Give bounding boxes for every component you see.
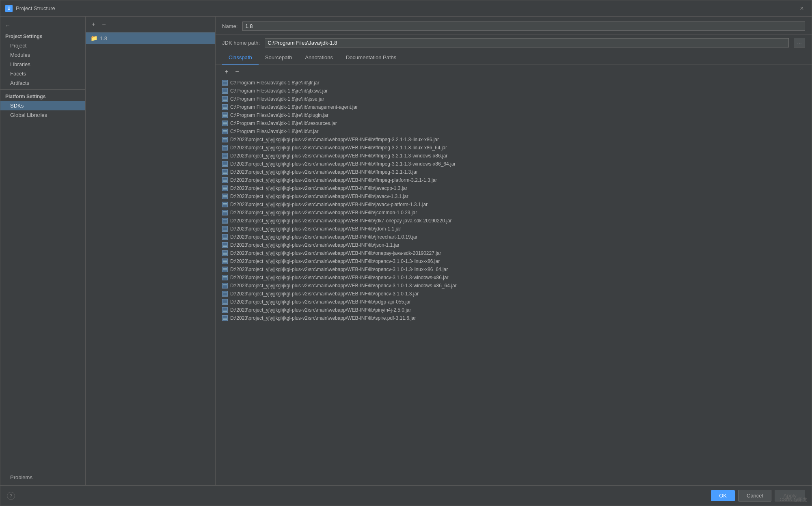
jar-icon [222, 267, 228, 272]
project-settings-header: Project Settings [0, 31, 85, 41]
classpath-item[interactable]: D:\2023\project_yj\yjjkgl\jkgl-plus-v2\s… [222, 200, 812, 209]
jar-icon [222, 283, 228, 289]
classpath-item[interactable]: D:\2023\project_yj\yjjkgl\jkgl-plus-v2\s… [222, 152, 812, 160]
classpath-item[interactable]: D:\2023\project_yj\yjjkgl\jkgl-plus-v2\s… [222, 209, 812, 217]
cancel-button[interactable]: Cancel [738, 490, 771, 502]
add-classpath-button[interactable]: + [222, 67, 231, 76]
remove-classpath-button[interactable]: − [233, 67, 242, 76]
classpath-item[interactable]: D:\2023\project_yj\yjjkgl\jkgl-plus-v2\s… [222, 225, 812, 233]
name-input[interactable] [242, 22, 805, 31]
tab-classpath[interactable]: Classpath [222, 51, 259, 65]
sidebar-item-project[interactable]: Project [0, 41, 85, 50]
sidebar-item-sdks[interactable]: SDKs [0, 101, 85, 110]
classpath-item[interactable]: D:\2023\project_yj\yjjkgl\jkgl-plus-v2\s… [222, 249, 812, 257]
jar-icon [222, 202, 228, 207]
name-row: Name: [216, 17, 812, 34]
tabs-row: Classpath Sourcepath Annotations Documen… [216, 51, 812, 65]
jar-icon [222, 137, 228, 142]
close-button[interactable]: × [797, 4, 807, 13]
classpath-item[interactable]: D:\2023\project_yj\yjjkgl\jkgl-plus-v2\s… [222, 306, 812, 314]
classpath-item[interactable]: C:\Program Files\Java\jdk-1.8\jre\lib\jf… [222, 79, 812, 87]
project-structure-window: U Project Structure × ← Project Settings… [0, 0, 812, 506]
jar-icon [222, 291, 228, 297]
classpath-item[interactable]: D:\2023\project_yj\yjjkgl\jkgl-plus-v2\s… [222, 298, 812, 306]
platform-settings-header: Platform Settings [0, 91, 85, 101]
jdk-row: JDK home path: … [216, 34, 812, 51]
classpath-item[interactable]: D:\2023\project_yj\yjjkgl\jkgl-plus-v2\s… [222, 257, 812, 265]
folder-icon: 📁 [91, 35, 97, 41]
classpath-item[interactable]: D:\2023\project_yj\yjjkgl\jkgl-plus-v2\s… [222, 160, 812, 168]
classpath-content: C:\Program Files\Java\jdk-1.8\jre\lib\jf… [216, 79, 812, 485]
watermark: CSDN @阳龙 [780, 497, 807, 503]
sdk-toolbar: + − [86, 17, 215, 32]
classpath-item[interactable]: D:\2023\project_yj\yjjkgl\jkgl-plus-v2\s… [222, 273, 812, 282]
classpath-item[interactable]: D:\2023\project_yj\yjjkgl\jkgl-plus-v2\s… [222, 136, 812, 144]
classpath-item[interactable]: D:\2023\project_yj\yjjkgl\jkgl-plus-v2\s… [222, 265, 812, 273]
main-content: ← Project Settings Project Modules Libra… [0, 17, 812, 485]
jar-icon [222, 121, 228, 126]
jar-icon [222, 315, 228, 321]
jar-icon [222, 112, 228, 118]
classpath-item[interactable]: D:\2023\project_yj\yjjkgl\jkgl-plus-v2\s… [222, 314, 812, 322]
ok-button[interactable]: OK [711, 490, 735, 501]
classpath-item[interactable]: C:\Program Files\Java\jdk-1.8\jre\lib\pl… [222, 111, 812, 119]
sidebar-item-problems[interactable]: Problems [0, 473, 85, 482]
jar-icon [222, 177, 228, 183]
jar-icon [222, 226, 228, 232]
right-panel: Name: JDK home path: … Classpath Sourcep… [216, 17, 812, 485]
jdk-path-input[interactable] [265, 38, 789, 47]
jar-icon [222, 145, 228, 151]
sidebar-item-modules[interactable]: Modules [0, 50, 85, 60]
jar-icon [222, 242, 228, 248]
jdk-home-label: JDK home path: [222, 40, 260, 46]
classpath-item[interactable]: C:\Program Files\Java\jdk-1.8\jre\lib\jf… [222, 87, 812, 95]
sidebar-item-global-libraries[interactable]: Global Libraries [0, 110, 85, 120]
jar-icon [222, 161, 228, 167]
add-sdk-button[interactable]: + [89, 20, 98, 29]
jar-icon [222, 234, 228, 240]
tab-documentation-paths[interactable]: Documentation Paths [339, 51, 403, 65]
classpath-item[interactable]: D:\2023\project_yj\yjjkgl\jkgl-plus-v2\s… [222, 241, 812, 249]
jar-icon [222, 194, 228, 199]
tab-annotations[interactable]: Annotations [298, 51, 339, 65]
classpath-item[interactable]: D:\2023\project_yj\yjjkgl\jkgl-plus-v2\s… [222, 168, 812, 176]
classpath-item[interactable]: C:\Program Files\Java\jdk-1.8\jre\lib\rt… [222, 127, 812, 136]
classpath-item[interactable]: D:\2023\project_yj\yjjkgl\jkgl-plus-v2\s… [222, 144, 812, 152]
jar-icon [222, 88, 228, 94]
titlebar: U Project Structure × [0, 0, 812, 17]
classpath-item[interactable]: D:\2023\project_yj\yjjkgl\jkgl-plus-v2\s… [222, 184, 812, 192]
classpath-item[interactable]: D:\2023\project_yj\yjjkgl\jkgl-plus-v2\s… [222, 176, 812, 184]
nav-back-button[interactable]: ← [4, 22, 12, 30]
sidebar: ← Project Settings Project Modules Libra… [0, 17, 86, 485]
app-icon: U [5, 5, 13, 12]
jdk-browse-button[interactable]: … [794, 38, 805, 47]
jar-icon [222, 96, 228, 102]
sidebar-item-libraries[interactable]: Libraries [0, 60, 85, 69]
jar-icon [222, 185, 228, 191]
classpath-item[interactable]: D:\2023\project_yj\yjjkgl\jkgl-plus-v2\s… [222, 282, 812, 290]
classpath-item[interactable]: D:\2023\project_yj\yjjkgl\jkgl-plus-v2\s… [222, 192, 812, 200]
jar-icon [222, 258, 228, 264]
sidebar-divider [0, 89, 85, 90]
bottom-bar: ? OK Cancel Apply [0, 485, 812, 506]
jar-icon [222, 299, 228, 305]
jar-icon [222, 80, 228, 86]
name-label: Name: [222, 23, 238, 29]
jar-icon [222, 104, 228, 110]
jar-icon [222, 218, 228, 224]
jar-icon [222, 210, 228, 215]
classpath-item[interactable]: D:\2023\project_yj\yjjkgl\jkgl-plus-v2\s… [222, 233, 812, 241]
sdk-item-1.8[interactable]: 📁 1.8 [86, 32, 215, 44]
sidebar-item-facets[interactable]: Facets [0, 69, 85, 78]
sidebar-nav: ← [0, 20, 85, 31]
tab-sourcepath[interactable]: Sourcepath [259, 51, 299, 65]
help-button[interactable]: ? [7, 492, 15, 500]
sidebar-item-artifacts[interactable]: Artifacts [0, 78, 85, 88]
classpath-item[interactable]: D:\2023\project_yj\yjjkgl\jkgl-plus-v2\s… [222, 290, 812, 298]
classpath-item[interactable]: D:\2023\project_yj\yjjkgl\jkgl-plus-v2\s… [222, 217, 812, 225]
remove-sdk-button[interactable]: − [99, 20, 108, 29]
classpath-item[interactable]: C:\Program Files\Java\jdk-1.8\jre\lib\ma… [222, 103, 812, 111]
content-split: + − 📁 1.8 Name: JD [86, 17, 812, 485]
classpath-item[interactable]: C:\Program Files\Java\jdk-1.8\jre\lib\js… [222, 95, 812, 103]
classpath-item[interactable]: C:\Program Files\Java\jdk-1.8\jre\lib\re… [222, 119, 812, 127]
